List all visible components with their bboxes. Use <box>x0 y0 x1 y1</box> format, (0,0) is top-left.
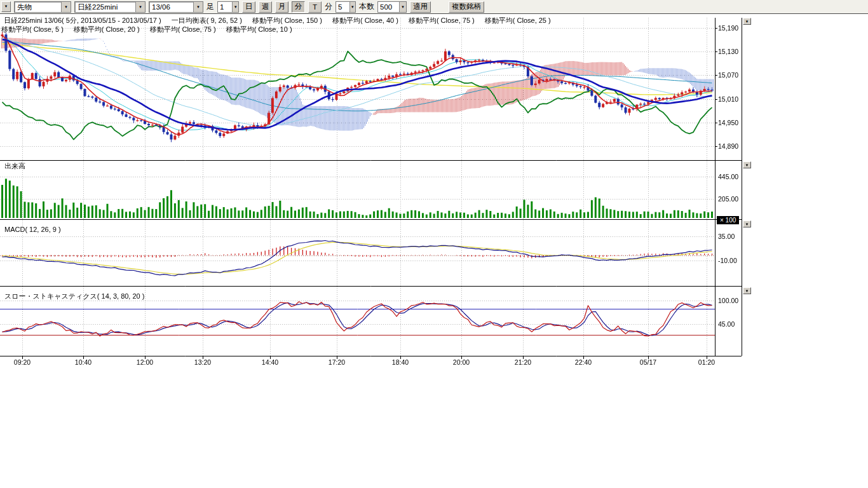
chevron-down-icon: ▼ <box>135 2 145 12</box>
category-value: 先物 <box>15 2 61 12</box>
time-axis-label: 01:20 <box>692 358 721 366</box>
price-axis-label: 15,010 <box>718 95 738 103</box>
legend-ma40: 移動平均( Close, 40 ) <box>332 16 398 25</box>
period-minute-button[interactable]: 分 <box>292 1 305 13</box>
legend-ma20: 移動平均( Close, 20 ) <box>74 25 140 34</box>
time-axis-label: 10:40 <box>69 358 98 366</box>
chevron-down-icon: ▼ <box>232 2 238 12</box>
time-axis-label: 12:00 <box>130 358 159 366</box>
price-axis-label: 15,190 <box>718 24 738 32</box>
price-axis-label: 14,950 <box>718 119 738 126</box>
pane-scroll-volume-button[interactable]: ▼ <box>743 161 751 168</box>
bar-multiplier-input[interactable]: ▼ <box>217 1 239 13</box>
chevron-down-icon: ▼ <box>399 2 406 12</box>
legend-ma25: 移動平均( Close, 25 ) <box>485 16 551 25</box>
minute-label: 分 <box>325 1 332 12</box>
stochastics-pane-title: スロー・ストキャスティクス( 14, 3, 80, 20 ) <box>4 292 144 301</box>
stoch-axis-label: 45.00 <box>718 320 735 328</box>
macd-pane-title: MACD( 12, 26, 9 ) <box>4 226 61 233</box>
pane-scroll-macd-button[interactable]: ▼ <box>743 220 751 227</box>
symbol-value: 日経225mini <box>75 2 135 12</box>
collapse-toolbar-button[interactable]: ▼ <box>1 1 11 12</box>
period-day-button[interactable]: 日 <box>242 1 255 13</box>
legend-ichimoku: 一目均衡表( 9, 26, 52 ) <box>172 16 242 25</box>
contract-month-value: 13/06 <box>149 2 193 12</box>
legend-ma75b: 移動平均( Close, 75 ) <box>150 25 216 34</box>
pane-scroll-price-button[interactable]: ▼ <box>743 18 751 25</box>
legend-ma75: 移動平均( Close, 75 ) <box>409 16 475 25</box>
pane-scroll-stochastics-button[interactable]: ▼ <box>743 287 751 294</box>
volume-multiplier-badge: × 100 <box>717 216 739 224</box>
volume-pane-title: 出来高 <box>4 161 25 171</box>
bar-multiplier-field[interactable] <box>218 2 232 12</box>
time-axis-label: 14:40 <box>255 358 285 366</box>
legend-row-1: 日経225mini 13/06( 5分, 2013/05/15 - 2013/0… <box>4 16 551 25</box>
bar-count-input[interactable]: ▼ <box>377 1 407 13</box>
bar-type-label: 足 <box>207 1 214 12</box>
price-axis-label: 15,130 <box>718 48 738 55</box>
symbol-select[interactable]: 日経225mini ▼ <box>74 1 146 13</box>
period-month-button[interactable]: 月 <box>275 1 288 13</box>
legend-ma150: 移動平均( Close, 150 ) <box>252 16 322 25</box>
time-axis-label: 20:00 <box>447 358 476 366</box>
time-axis-label: 18:40 <box>386 358 415 366</box>
macd-axis-label: -10.00 <box>718 257 737 264</box>
time-axis-label: 22:40 <box>569 358 598 366</box>
chevron-down-icon: ▼ <box>61 2 71 12</box>
bar-count-label: 本数 <box>359 1 374 12</box>
legend-series-title: 日経225mini 13/06( 5分, 2013/05/15 - 2013/0… <box>4 16 161 25</box>
legend-row-2: 移動平均( Close, 5 ) 移動平均( Close, 20 ) 移動平均(… <box>1 25 292 34</box>
bar-count-field[interactable] <box>378 2 399 12</box>
time-axis-label: 05/17 <box>634 358 663 366</box>
toolbar: ▼ 先物 ▼ 日経225mini ▼ 13/06 ▼ 足 ▼ 日 週 月 分 T… <box>0 0 868 14</box>
macd-axis-label: 35.00 <box>718 233 735 240</box>
legend-ma10: 移動平均( Close, 10 ) <box>226 25 292 34</box>
legend-ma5: 移動平均( Close, 5 ) <box>1 25 64 34</box>
price-axis-label: 14,890 <box>718 142 738 150</box>
period-tick-button[interactable]: T <box>308 1 322 13</box>
chevron-down-icon: ▼ <box>193 2 203 12</box>
price-axis-label: 15,070 <box>718 71 738 79</box>
volume-axis-label: 205.00 <box>718 195 738 203</box>
stoch-axis-label: 100.00 <box>718 297 738 304</box>
chart-canvas[interactable] <box>0 14 743 370</box>
minute-field[interactable] <box>336 2 349 12</box>
contract-month-select[interactable]: 13/06 ▼ <box>149 1 203 13</box>
minute-input[interactable]: ▼ <box>336 1 356 13</box>
chevron-down-icon: ▼ <box>349 2 355 12</box>
category-select[interactable]: 先物 ▼ <box>14 1 71 13</box>
time-axis-label: 09:20 <box>8 358 37 366</box>
apply-button[interactable]: 適用 <box>410 1 431 13</box>
volume-axis-label: 445.00 <box>718 173 738 180</box>
time-axis-label: 13:20 <box>188 358 217 366</box>
multi-symbol-button[interactable]: 複数銘柄 <box>449 1 484 13</box>
time-axis-label: 21:20 <box>508 358 538 366</box>
time-axis-label: 17:20 <box>322 358 351 366</box>
period-week-button[interactable]: 週 <box>259 1 272 13</box>
